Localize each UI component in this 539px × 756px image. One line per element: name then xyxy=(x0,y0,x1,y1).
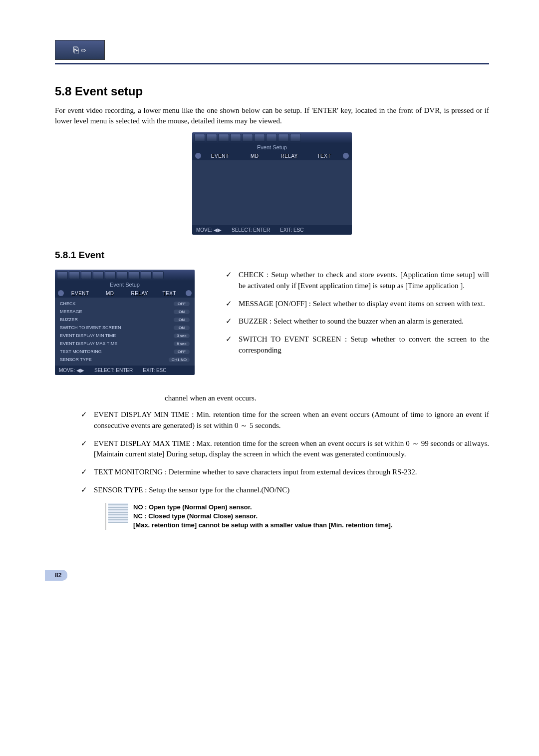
setting-row[interactable]: CHECKOFF xyxy=(55,300,195,308)
note-block: NO : Open type (Normal Open) sensor. NC … xyxy=(105,503,489,530)
toolbar-icon xyxy=(141,271,152,279)
tab-arrow-right-icon[interactable] xyxy=(343,153,349,159)
note-text: NO : Open type (Normal Open) sensor. NC … xyxy=(133,503,392,530)
toolbar-icon xyxy=(194,134,205,142)
tab-arrow-left-icon[interactable] xyxy=(195,153,201,159)
note-line: NO : Open type (Normal Open) sensor. xyxy=(133,503,392,512)
footer-hints: MOVE: ◀▶ SELECT: ENTER EXIT: ESC xyxy=(55,366,195,375)
toolbar-icon xyxy=(153,271,164,279)
setting-value[interactable]: CH1 NO xyxy=(169,358,190,362)
bullet-item: TEXT MONITORING : Determine whether to s… xyxy=(75,467,489,478)
note-line: NC : Closed type (Normal Close) sensor. xyxy=(133,512,392,521)
bullet-item: MESSAGE [ON/OFF] : Select whether to dis… xyxy=(220,299,489,310)
setting-label: SWITCH TO EVENT SCREEN xyxy=(60,325,121,330)
setting-value[interactable]: ON xyxy=(174,310,190,314)
setting-row[interactable]: TEXT MONITORINGOFF xyxy=(55,348,195,356)
toolbar-icon xyxy=(81,271,92,279)
toolbar-icon xyxy=(218,134,229,142)
toolbar-icon xyxy=(290,134,301,142)
hint-select: SELECT: ENTER xyxy=(232,227,270,233)
setting-row[interactable]: BUZZERON xyxy=(55,316,195,324)
tab-arrow-left-icon[interactable] xyxy=(58,290,64,296)
toolbar-icon xyxy=(206,134,217,142)
tab-relay[interactable]: RELAY xyxy=(126,291,153,296)
footer-hints: MOVE: ◀▶ SELECT: ENTER EXIT: ESC xyxy=(192,225,352,235)
setting-value[interactable]: OFF xyxy=(174,302,190,306)
tabs-row: EVENT MD RELAY TEXT xyxy=(55,289,195,298)
setting-value[interactable]: OFF xyxy=(174,350,190,354)
window-title: Event Setup xyxy=(55,281,195,289)
bullet-item: SWITCH TO EVENT SCREEN : Setup whether t… xyxy=(220,334,489,356)
setting-label: SENSOR TYPE xyxy=(60,357,92,362)
toolbar-icon xyxy=(105,271,116,279)
event-setup-screenshot-empty: Event Setup EVENT MD RELAY TEXT MOVE: ◀▶… xyxy=(192,132,352,235)
window-title: Event Setup xyxy=(192,143,352,151)
toolbar-icon xyxy=(242,134,253,142)
setting-label: EVENT DISPLAY MIN TIME xyxy=(60,333,116,338)
event-setup-screenshot-filled: Event Setup EVENT MD RELAY TEXT CHECKOFF… xyxy=(55,270,195,375)
toolbar xyxy=(55,270,195,281)
setting-label: EVENT DISPLAY MAX TIME xyxy=(60,341,117,346)
note-line: [Max. retention time] cannot be setup wi… xyxy=(133,521,392,530)
hint-select: SELECT: ENTER xyxy=(94,368,133,373)
toolbar-icon xyxy=(230,134,241,142)
bullet-item: EVENT DISPLAY MAX TIME : Max. retention … xyxy=(75,438,489,460)
content-area-blank xyxy=(192,160,352,225)
setting-value[interactable]: 3 sec xyxy=(174,334,190,338)
door-icon-glyph: ⎘ ⇨ xyxy=(73,45,87,55)
bullet-item: CHECK : Setup whether to check and store… xyxy=(220,270,489,292)
toolbar-icon xyxy=(117,271,128,279)
tab-relay[interactable]: RELAY xyxy=(273,153,305,159)
setting-label: MESSAGE xyxy=(60,309,82,314)
tabs-row: EVENT MD RELAY TEXT xyxy=(192,151,352,160)
tab-md[interactable]: MD xyxy=(239,153,271,159)
setting-label: TEXT MONITORING xyxy=(60,349,102,354)
toolbar xyxy=(192,132,352,143)
bullet-item: SENSOR TYPE : Setup the sensor type for … xyxy=(75,485,489,496)
setting-value[interactable]: ON xyxy=(174,326,190,330)
page-number: 82 xyxy=(45,570,67,581)
toolbar-icon xyxy=(278,134,289,142)
tab-text[interactable]: TEXT xyxy=(156,291,183,296)
toolbar-icon xyxy=(69,271,80,279)
setting-label: BUZZER xyxy=(60,317,78,322)
toolbar-icon xyxy=(254,134,265,142)
event-settings-list: CHECKOFFMESSAGEONBUZZERONSWITCH TO EVENT… xyxy=(55,298,195,366)
setting-row[interactable]: MESSAGEON xyxy=(55,308,195,316)
wrap-tail: channel when an event occurs. xyxy=(165,394,489,402)
bullet-item: EVENT DISPLAY MIN TIME : Min. retention … xyxy=(75,409,489,431)
tab-arrow-right-icon[interactable] xyxy=(186,290,192,296)
tab-md[interactable]: MD xyxy=(97,291,124,296)
setting-label: CHECK xyxy=(60,301,76,306)
hint-move: MOVE: ◀▶ xyxy=(59,368,84,373)
description-list-right: CHECK : Setup whether to check and store… xyxy=(220,270,489,356)
hint-exit: EXIT: ESC xyxy=(143,368,166,373)
hint-exit: EXIT: ESC xyxy=(280,227,303,233)
setting-value[interactable]: ON xyxy=(174,318,190,322)
tab-event[interactable]: EVENT xyxy=(67,291,94,296)
toolbar-icon xyxy=(129,271,140,279)
tab-text[interactable]: TEXT xyxy=(308,153,340,159)
door-icon: ⎘ ⇨ xyxy=(55,40,105,60)
toolbar-icon xyxy=(93,271,104,279)
section-intro: For event video recording, a lower menu … xyxy=(55,105,489,126)
tab-event[interactable]: EVENT xyxy=(204,153,236,159)
subsection-title: 5.8.1 Event xyxy=(55,250,489,261)
setting-row[interactable]: SWITCH TO EVENT SCREENON xyxy=(55,324,195,332)
header-rule xyxy=(55,63,489,64)
setting-row[interactable]: EVENT DISPLAY MIN TIME3 sec xyxy=(55,332,195,340)
setting-value[interactable]: 5 sec xyxy=(174,342,190,346)
hint-move: MOVE: ◀▶ xyxy=(196,227,222,233)
section-title: 5.8 Event setup xyxy=(55,84,489,98)
setting-row[interactable]: SENSOR TYPECH1 NO xyxy=(55,356,195,364)
note-icon xyxy=(108,503,128,523)
toolbar-icon xyxy=(57,271,68,279)
description-list-full: EVENT DISPLAY MIN TIME : Min. retention … xyxy=(75,409,489,496)
bullet-item: BUZZER : Select whether to sound the buz… xyxy=(220,316,489,327)
page-number-wrap: 82 xyxy=(55,570,489,581)
setting-row[interactable]: EVENT DISPLAY MAX TIME5 sec xyxy=(55,340,195,348)
toolbar-icon xyxy=(266,134,277,142)
